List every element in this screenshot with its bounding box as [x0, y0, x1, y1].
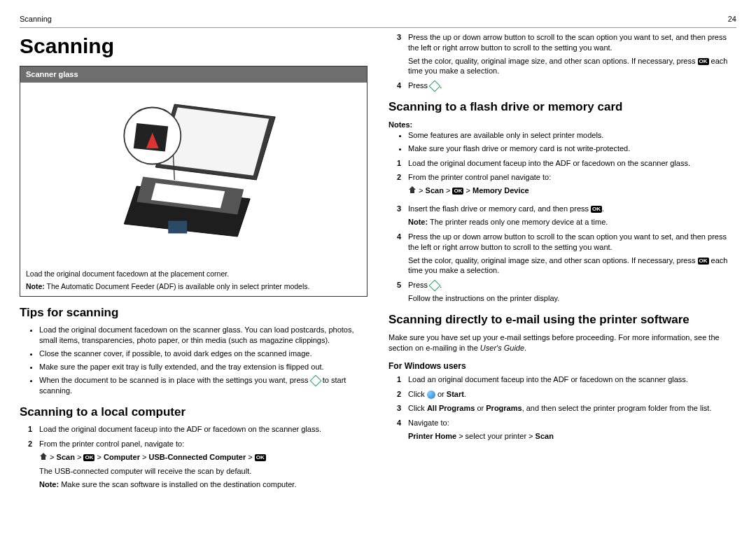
- local-step-1: 1 Load the original document faceup into…: [28, 424, 368, 435]
- header-rule: [20, 27, 736, 28]
- figure-note: Note: The Automatic Document Feeder (ADF…: [26, 281, 361, 291]
- figure-scanner-glass: Scanner glass: [20, 66, 368, 296]
- tips-item: Load the original document facedown on t…: [39, 325, 368, 346]
- windows-start-orb-icon: [427, 391, 435, 399]
- local-heading: Scanning to a local computer: [20, 405, 368, 421]
- tips-list: Load the original document facedown on t…: [20, 325, 368, 395]
- flash-note-item: Some features are available only in sele…: [408, 130, 736, 141]
- home-icon: [39, 452, 48, 463]
- ok-icon: OK: [255, 454, 266, 461]
- email-nav-path: Printer Home > select your printer > Sca…: [408, 431, 736, 442]
- right-column: 3 Press the up or down arrow button to s…: [388, 32, 736, 494]
- page-title: Scanning: [20, 32, 368, 61]
- right-step-4: 4 Press .: [397, 80, 736, 91]
- flash-step-4: 4 Press the up or down arrow button to s…: [397, 232, 736, 276]
- tips-item: When the document to be scanned is in pl…: [39, 375, 368, 396]
- flash-nav-path: > Scan > OK > Memory Device: [408, 185, 736, 197]
- tips-item: Close the scanner cover, if possible, to…: [39, 349, 368, 359]
- start-diamond-icon: [309, 374, 321, 386]
- windows-heading: For Windows users: [388, 360, 736, 372]
- local-note: Note: Make sure the scan software is ins…: [39, 479, 368, 490]
- tips-item: Make sure the paper exit tray is fully e…: [39, 362, 368, 372]
- flash-notes-list: Some features are available only in sele…: [388, 130, 736, 154]
- local-after-nav: The USB-connected computer will receive …: [39, 466, 368, 477]
- right-top-steps: 3 Press the up or down arrow button to s…: [388, 32, 736, 91]
- page-header: Scanning 24: [20, 14, 736, 24]
- flash-step-3: 3 Insert the flash drive or memory card,…: [397, 204, 736, 227]
- email-step-4: 4 Navigate to: Printer Home > select you…: [397, 418, 736, 444]
- header-left: Scanning: [20, 14, 52, 24]
- flash-steps: 1Load the original document faceup into …: [388, 158, 736, 304]
- flash-step-2: 2 From the printer control panel navigat…: [397, 172, 736, 199]
- figure-title: Scanner glass: [20, 66, 367, 83]
- left-column: Scanning Scanner glass: [20, 32, 368, 494]
- svg-rect-5: [169, 221, 188, 234]
- home-icon: [408, 185, 416, 197]
- ok-icon: OK: [698, 58, 709, 65]
- flash-step3-note: Note: The printer reads only one memory …: [408, 217, 736, 227]
- printer-svg: [72, 92, 315, 255]
- local-nav-path: > Scan > OK > Computer > USB-Connected C…: [39, 452, 368, 463]
- figure-caption: Load the original document facedown at t…: [20, 265, 367, 295]
- ok-icon: OK: [698, 258, 709, 265]
- right-step-3: 3 Press the up or down arrow button to s…: [397, 32, 736, 76]
- figure-caption-text: Load the original document facedown at t…: [26, 269, 361, 279]
- local-steps: 1 Load the original document faceup into…: [20, 424, 368, 489]
- email-step-1: 1Load an original document faceup into t…: [397, 374, 736, 385]
- flash-notes-label: Notes:: [388, 120, 736, 130]
- tips-heading: Tips for scanning: [20, 305, 368, 321]
- email-steps: 1Load an original document faceup into t…: [388, 374, 736, 444]
- content-columns: Scanning Scanner glass: [20, 32, 736, 494]
- flash-step-1: 1Load the original document faceup into …: [397, 158, 736, 169]
- email-step-3: 3 Click All Programs or Programs, and th…: [397, 403, 736, 414]
- ok-icon: OK: [452, 188, 463, 195]
- printer-illustration: [20, 83, 367, 265]
- email-step-2: 2 Click or Start.: [397, 389, 736, 400]
- ok-icon: OK: [83, 454, 94, 461]
- flash-heading: Scanning to a flash drive or memory card: [388, 99, 736, 115]
- email-heading: Scanning directly to e‑mail using the pr…: [388, 312, 736, 328]
- flash-step-5: 5 Press . Follow the instructions on the…: [397, 280, 736, 304]
- email-intro: Make sure you have set up your e-mail se…: [388, 332, 736, 353]
- ok-icon: OK: [591, 206, 602, 213]
- figure-note-text: The Automatic Document Feeder (ADF) is a…: [45, 282, 310, 290]
- local-step-2: 2 From the printer control panel, naviga…: [28, 439, 368, 490]
- flash-note-item: Make sure your flash drive or memory car…: [408, 143, 736, 154]
- header-right: 24: [728, 14, 736, 24]
- figure-note-label: Note:: [26, 282, 45, 290]
